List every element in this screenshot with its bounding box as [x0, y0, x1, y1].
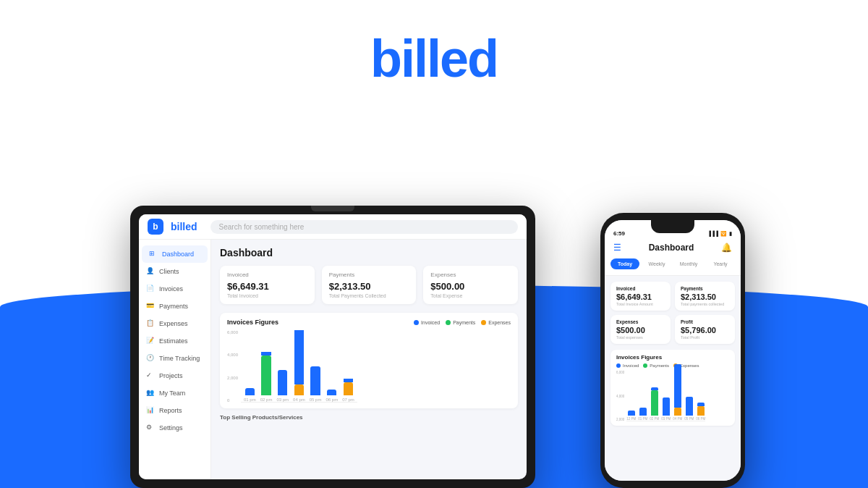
- phone-stat-sub-payments: Total payments collected: [681, 302, 729, 306]
- bar-stack: [310, 366, 322, 395]
- sidebar-label-my-team: My Team: [159, 390, 185, 397]
- phone-header: ☰ Dashboard 🔔: [605, 240, 741, 258]
- sidebar-item-reports[interactable]: 📊 Reports: [139, 402, 210, 419]
- bar-stack: [260, 352, 273, 395]
- sidebar-item-expenses[interactable]: 📋 Expenses: [139, 315, 210, 332]
- bar-stack: [293, 330, 305, 395]
- tablet-logo-text: billed: [171, 221, 197, 232]
- phone-stat-sub-invoiced: Total Invoice Amount: [616, 302, 665, 306]
- stat-sub-expenses: Total Expense: [430, 293, 511, 298]
- bottom-section-title: Top Selling Products/Services: [220, 414, 518, 421]
- stat-sub-payments: Total Payments Collected: [329, 293, 409, 298]
- phone-legend-dot-invoiced: [616, 363, 621, 368]
- phone-bar-group: 04 PM: [673, 364, 682, 421]
- hamburger-icon[interactable]: ☰: [613, 243, 621, 253]
- sidebar-item-my-team[interactable]: 👥 My Team: [139, 384, 210, 402]
- credit-icon: 💳: [146, 302, 155, 311]
- stat-value-invoiced: $6,649.31: [227, 281, 307, 292]
- legend-dot-payments: [446, 320, 451, 325]
- bar-payments: [261, 356, 271, 395]
- y-label-0: 0: [227, 398, 238, 403]
- bar-invoiced: [245, 388, 255, 395]
- tablet-bar-group: 07 pm: [342, 379, 354, 402]
- legend-label-invoiced: Invoiced: [421, 320, 440, 325]
- phone-y-labels: 6,000 4,000 2,000: [616, 371, 626, 421]
- grid-icon: ⊞: [149, 250, 158, 258]
- tablet-screen: b billed Search for something here ⊞ Das…: [139, 214, 527, 479]
- bar-invoiced: [278, 370, 287, 395]
- sidebar-label-invoices: Invoices: [159, 285, 183, 293]
- tablet-topbar: b billed Search for something here: [139, 214, 527, 240]
- legend-label-expenses: Expenses: [488, 320, 511, 325]
- sidebar-item-projects[interactable]: ✓ Projects: [139, 367, 210, 384]
- phone-tab-today[interactable]: Today: [610, 258, 639, 269]
- sidebar-item-payments[interactable]: 💳 Payments: [139, 298, 210, 315]
- bar-label: 07 pm: [342, 397, 354, 402]
- bar-label: 01 pm: [244, 397, 256, 402]
- brand-logo: billed: [370, 29, 498, 88]
- sidebar-label-payments: Payments: [159, 303, 188, 310]
- phone-bar-stack: [673, 364, 682, 416]
- search-placeholder: Search for something here: [219, 223, 305, 231]
- tablet-bar-group: 03 pm: [276, 370, 289, 402]
- sidebar-label-settings: Settings: [159, 424, 183, 432]
- doc-icon: 📝: [146, 337, 155, 345]
- phone-stat-invoiced: Invoiced $6,649.31 Total Invoice Amount: [610, 282, 671, 311]
- phone-bar-group: 02 PM: [650, 387, 659, 421]
- sidebar-label-estimates: Estimates: [159, 337, 188, 345]
- signal-icon: ▐▐▐: [707, 231, 718, 236]
- sidebar-item-dashboard[interactable]: ⊞ Dashboard: [142, 245, 208, 263]
- phone-device: 6:59 ▐▐▐ 🛜 ▮ ☰ Dashboard 🔔 Today Weekly …: [600, 213, 745, 488]
- phone-tab-yearly[interactable]: Yearly: [706, 258, 735, 269]
- phone-tab-monthly[interactable]: Monthly: [674, 258, 703, 269]
- bar-label: 03 pm: [276, 397, 289, 402]
- bar-stack: [326, 390, 338, 395]
- phone-bar-chart: 12 PM01 PM02 PM03 PM04 PM05 PM06 PM: [626, 371, 705, 421]
- sidebar-item-settings[interactable]: ⚙ Settings: [139, 419, 210, 437]
- file-icon: 📄: [146, 285, 155, 293]
- phone-bar-group: 03 PM: [661, 397, 671, 421]
- stat-value-payments: $2,313.50: [329, 281, 409, 292]
- sidebar-label-dashboard: Dashboard: [162, 251, 194, 258]
- team-icon: 👥: [146, 389, 155, 397]
- phone-bar-stack: [638, 408, 647, 416]
- bar-expenses: [294, 384, 304, 395]
- chart-legend: Invoiced Payments Expenses: [414, 320, 511, 325]
- bar-label: 05 pm: [310, 397, 322, 402]
- sidebar-item-time-tracking[interactable]: 🕐 Time Tracking: [139, 350, 210, 367]
- phone-bar-group: 05 PM: [684, 397, 694, 421]
- tablet-bar-chart: 01 pm02 pm03 pm04 pm05 pm06 pm07 pm: [241, 330, 357, 403]
- bell-icon[interactable]: 🔔: [721, 243, 732, 253]
- bar-expenses: [344, 382, 353, 395]
- phone-bar-invoiced: [686, 397, 693, 416]
- bar-label: 02 pm: [260, 397, 273, 402]
- phone-status-icons: ▐▐▐ 🛜 ▮: [707, 231, 732, 237]
- phone-bar-stack: [626, 411, 636, 416]
- sidebar-item-invoices[interactable]: 📄 Invoices: [139, 280, 210, 298]
- phone-stat-label-invoiced: Invoiced: [616, 286, 665, 291]
- stat-label-payments: Payments: [329, 272, 409, 278]
- person-icon: 👤: [146, 267, 155, 276]
- sidebar-label-expenses: Expenses: [159, 320, 188, 327]
- legend-label-payments: Payments: [453, 320, 475, 325]
- tablet-bar-group: 01 pm: [244, 388, 256, 402]
- tablet-search[interactable]: Search for something here: [210, 220, 518, 234]
- phone-bar-invoiced: [663, 397, 670, 416]
- chart-inner: 6,000 4,000 2,000 0 01 pm02 pm03 pm04 pm…: [227, 330, 511, 403]
- tablet-bar-group: 05 pm: [310, 366, 322, 402]
- phone-tab-weekly[interactable]: Weekly: [642, 258, 671, 269]
- stat-card-payments: Payments $2,313.50 Total Payments Collec…: [322, 266, 417, 304]
- phone-legend-dot-payments: [643, 363, 647, 368]
- tablet-notch: [311, 206, 354, 211]
- bar-label: 04 pm: [293, 397, 305, 402]
- phone-bar-label: 01 PM: [638, 417, 647, 421]
- phone-bar-label: 05 PM: [684, 417, 694, 421]
- phone-legend-payments: Payments: [643, 363, 669, 368]
- phone-y-4000: 4,000: [616, 395, 624, 398]
- y-labels: 6,000 4,000 2,000 0: [227, 330, 241, 403]
- chart-header: Invoices Figures Invoiced Payments: [227, 319, 511, 326]
- phone-stat-value-payments: $2,313.50: [681, 293, 729, 301]
- bar-label: 06 pm: [326, 397, 338, 402]
- sidebar-item-estimates[interactable]: 📝 Estimates: [139, 332, 210, 350]
- sidebar-item-clients[interactable]: 👤 Clients: [139, 263, 210, 280]
